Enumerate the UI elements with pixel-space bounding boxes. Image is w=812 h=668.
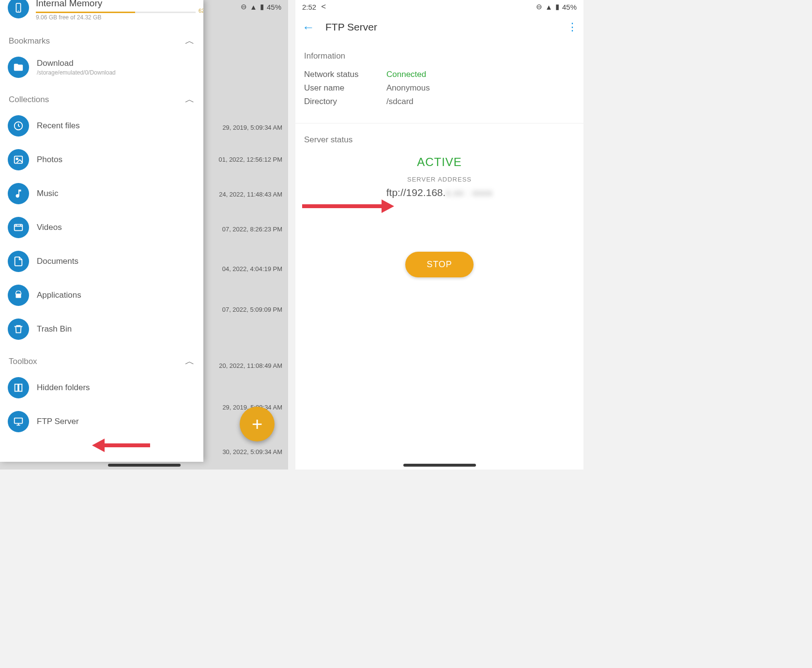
collection-trash[interactable]: Trash Bin bbox=[0, 312, 203, 346]
android-icon bbox=[8, 285, 29, 306]
status-icons: ⊖ ▲ ▮ 45% bbox=[241, 2, 281, 11]
bg-row: 24, 2022, 11:48:43 AM bbox=[219, 191, 282, 198]
server-address-prefix: ftp://192.168. bbox=[386, 187, 446, 198]
phone-left: 2:52 ⊖ ▲ ▮ 45% 29, 2019, 5:09:34 AM 01, … bbox=[0, 0, 288, 470]
row-network-status: Network status Connected bbox=[304, 70, 575, 79]
hidden-folders-icon bbox=[8, 377, 29, 398]
annotation-arrow-right bbox=[302, 199, 394, 213]
status-icons: ⊖ ▲ ▮ 45% bbox=[536, 2, 577, 11]
svg-point-1 bbox=[18, 11, 19, 12]
chevron-up-icon: ︿ bbox=[185, 93, 195, 106]
server-address-redacted: x.xx : xxxx bbox=[445, 187, 492, 198]
nav-handle[interactable] bbox=[108, 464, 181, 467]
row-directory: Directory /sdcard bbox=[304, 97, 575, 106]
collection-documents[interactable]: Documents bbox=[0, 244, 203, 278]
collection-videos[interactable]: Videos bbox=[0, 211, 203, 244]
battery-text: 45% bbox=[267, 3, 281, 11]
toolbox-hidden-folders-label: Hidden folders bbox=[37, 383, 196, 393]
video-icon bbox=[8, 217, 29, 238]
bg-row: 29, 2019, 5:09:34 AM bbox=[222, 124, 282, 131]
collection-trash-label: Trash Bin bbox=[37, 324, 196, 334]
trash-icon bbox=[8, 319, 29, 340]
svg-rect-3 bbox=[15, 156, 23, 164]
fab-add[interactable]: + bbox=[240, 407, 275, 441]
status-time: 2:52 bbox=[302, 3, 316, 11]
bg-row: 30, 2022, 5:09:34 AM bbox=[222, 448, 282, 455]
server-active-label: ACTIVE bbox=[295, 155, 583, 169]
phone-storage-icon bbox=[8, 0, 29, 18]
wifi-icon: ▲ bbox=[545, 3, 552, 11]
collection-recent[interactable]: Recent files bbox=[0, 109, 203, 143]
server-status-heading: Server status bbox=[295, 127, 583, 145]
collection-music-label: Music bbox=[37, 189, 196, 198]
svg-rect-6 bbox=[16, 294, 21, 298]
collection-documents-label: Documents bbox=[37, 257, 196, 266]
network-status-value: Connected bbox=[386, 70, 426, 79]
more-menu-icon[interactable]: ⋮ bbox=[567, 21, 577, 33]
collection-videos-label: Videos bbox=[37, 223, 196, 232]
collection-applications[interactable]: Applications bbox=[0, 278, 203, 312]
username-key: User name bbox=[304, 83, 386, 93]
directory-key: Directory bbox=[304, 97, 386, 106]
separator bbox=[295, 123, 583, 123]
chevron-up-icon: ︿ bbox=[185, 355, 195, 368]
svg-rect-8 bbox=[19, 384, 22, 392]
svg-rect-5 bbox=[15, 225, 23, 231]
chevron-up-icon: ︿ bbox=[185, 34, 195, 47]
bookmark-download-path: /storage/emulated/0/Download bbox=[37, 69, 196, 76]
bg-row: 01, 2022, 12:56:12 PM bbox=[218, 156, 282, 163]
info-block: Information Network status Connected Use… bbox=[295, 41, 583, 119]
dnd-icon: ⊖ bbox=[536, 2, 542, 11]
status-bar: 2:52 < ⊖ ▲ ▮ 45% bbox=[295, 0, 583, 14]
svg-rect-9 bbox=[15, 418, 23, 424]
info-heading: Information bbox=[304, 51, 575, 61]
page-title: FTP Server bbox=[325, 21, 556, 33]
music-icon bbox=[8, 183, 29, 204]
row-username: User name Anonymous bbox=[304, 83, 575, 93]
battery-icon: ▮ bbox=[555, 2, 559, 11]
section-bookmarks[interactable]: Bookmarks ︿ bbox=[0, 26, 203, 50]
collection-music[interactable]: Music bbox=[0, 177, 203, 211]
nav-handle[interactable] bbox=[403, 464, 476, 467]
server-address: ftp://192.168.x.xx : xxxx bbox=[295, 187, 583, 198]
ftp-icon bbox=[8, 411, 29, 432]
document-icon bbox=[8, 251, 29, 272]
wifi-icon: ▲ bbox=[250, 3, 257, 11]
app-bar: ← FTP Server ⋮ bbox=[295, 14, 583, 41]
storage-free-text: 9.06 GB free of 24.32 GB bbox=[36, 14, 196, 21]
collection-photos[interactable]: Photos bbox=[0, 143, 203, 177]
internal-memory-title: Internal Memory bbox=[36, 0, 196, 9]
phone-right: 2:52 < ⊖ ▲ ▮ 45% ← FTP Server ⋮ Informat… bbox=[295, 0, 583, 470]
image-icon bbox=[8, 149, 29, 170]
section-bookmarks-label: Bookmarks bbox=[9, 36, 50, 46]
bg-row: 04, 2022, 4:04:19 PM bbox=[222, 265, 282, 273]
back-arrow-icon[interactable]: ← bbox=[302, 20, 315, 35]
battery-icon: ▮ bbox=[260, 2, 264, 11]
bg-row: 07, 2022, 8:26:23 PM bbox=[222, 226, 282, 233]
history-icon bbox=[8, 115, 29, 137]
section-collections[interactable]: Collections ︿ bbox=[0, 84, 203, 109]
network-status-key: Network status bbox=[304, 70, 386, 79]
internal-memory-row[interactable]: Internal Memory 62% 9.06 GB free of 24.3… bbox=[0, 0, 203, 26]
bg-row: 07, 2022, 5:09:09 PM bbox=[222, 306, 282, 313]
collection-applications-label: Applications bbox=[37, 290, 196, 300]
section-toolbox-label: Toolbox bbox=[9, 357, 37, 366]
storage-usage-bar: 62% bbox=[36, 12, 196, 13]
bookmark-download[interactable]: Download /storage/emulated/0/Download bbox=[0, 50, 203, 84]
folder-icon bbox=[8, 57, 29, 78]
svg-point-4 bbox=[16, 158, 18, 160]
storage-percent: 62% bbox=[199, 8, 203, 14]
dnd-icon: ⊖ bbox=[241, 2, 247, 11]
section-toolbox[interactable]: Toolbox ︿ bbox=[0, 346, 203, 371]
server-address-label: SERVER ADDRESS bbox=[295, 176, 583, 183]
username-value: Anonymous bbox=[386, 83, 430, 93]
section-collections-label: Collections bbox=[9, 95, 49, 105]
toolbox-hidden-folders[interactable]: Hidden folders bbox=[0, 371, 203, 405]
toolbox-ftp-server[interactable]: FTP Server bbox=[0, 405, 203, 439]
collection-recent-label: Recent files bbox=[37, 121, 196, 131]
battery-text: 45% bbox=[562, 3, 577, 11]
nav-drawer: Internal Memory 62% 9.06 GB free of 24.3… bbox=[0, 0, 203, 462]
bookmark-download-title: Download bbox=[37, 59, 196, 68]
svg-rect-7 bbox=[15, 384, 18, 392]
stop-button[interactable]: STOP bbox=[405, 252, 474, 277]
